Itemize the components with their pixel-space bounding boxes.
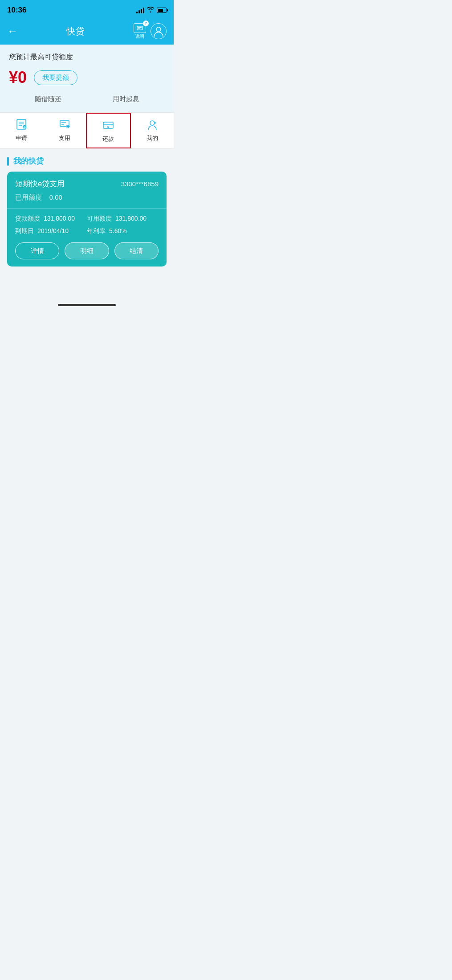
feature-interest: 用时起息 bbox=[113, 95, 139, 103]
tab-spend-label: 支用 bbox=[59, 134, 70, 142]
svg-rect-10 bbox=[60, 120, 69, 127]
due-date-value: 2019/04/10 bbox=[37, 227, 69, 235]
tab-apply-label: 申请 bbox=[16, 134, 27, 142]
loan-amount-label: 贷款额度 bbox=[15, 215, 40, 223]
available-amount-item: 可用额度 131,800.00 bbox=[87, 215, 159, 223]
avatar[interactable] bbox=[151, 23, 167, 39]
loan-used-row: 已用额度 0.00 bbox=[15, 193, 159, 202]
section-accent bbox=[7, 157, 9, 166]
credit-section: 您预计最高可贷额度 ¥0 我要提额 随借随还 用时起息 bbox=[0, 45, 174, 112]
available-amount-value: 131,800.00 bbox=[115, 215, 147, 223]
help-button[interactable]: 说明 bbox=[134, 23, 146, 40]
loan-amount-value: 131,800.00 bbox=[44, 215, 75, 223]
feature-borrow: 随借随还 bbox=[35, 95, 61, 103]
loan-product-name: 短期快e贷支用 bbox=[15, 179, 65, 189]
credit-row: ¥0 我要提额 bbox=[9, 68, 165, 87]
settle-button[interactable]: 结清 bbox=[114, 242, 159, 259]
spend-icon bbox=[58, 118, 71, 132]
home-indicator bbox=[0, 300, 174, 312]
rate-item: 年利率 5.60% bbox=[87, 227, 159, 235]
svg-point-18 bbox=[150, 121, 155, 125]
section-title: 我的快贷 bbox=[13, 156, 44, 166]
svg-text:¥: ¥ bbox=[154, 121, 157, 125]
loan-detail-grid: 贷款额度 131,800.00 可用额度 131,800.00 到期日 2019… bbox=[15, 215, 159, 235]
tab-mine-label: 我的 bbox=[147, 134, 158, 142]
tab-repay-label: 还款 bbox=[102, 135, 114, 143]
home-bar bbox=[58, 304, 116, 306]
due-date-item: 到期日 2019/04/10 bbox=[15, 227, 87, 235]
rate-label: 年利率 bbox=[87, 227, 106, 235]
svg-point-3 bbox=[156, 27, 161, 32]
battery-icon bbox=[157, 8, 167, 13]
header: ← 快贷 说明 bbox=[0, 20, 174, 45]
back-button[interactable]: ← bbox=[7, 26, 18, 37]
status-time: 10:36 bbox=[7, 6, 26, 15]
used-label: 已用额度 bbox=[15, 193, 42, 201]
svg-text:①: ① bbox=[23, 126, 26, 129]
loan-amount-item: 贷款额度 131,800.00 bbox=[15, 215, 87, 223]
svg-text:¥: ¥ bbox=[107, 125, 110, 129]
help-label: 说明 bbox=[135, 33, 144, 40]
rate-value: 5.60% bbox=[109, 227, 127, 235]
detail-list-button[interactable]: 明细 bbox=[65, 242, 109, 259]
credit-features: 随借随还 用时起息 bbox=[9, 95, 165, 103]
available-label: 可用额度 bbox=[87, 215, 112, 223]
apply-icon: ① bbox=[15, 118, 28, 132]
tab-apply[interactable]: ① 申请 bbox=[0, 113, 43, 148]
wifi-icon bbox=[147, 7, 154, 14]
tab-mine[interactable]: ¥ 我的 bbox=[131, 113, 174, 148]
bottom-spacer bbox=[0, 274, 174, 300]
loan-actions: 详情 明细 结清 bbox=[15, 242, 159, 259]
loan-card-bottom: 贷款额度 131,800.00 可用额度 131,800.00 到期日 2019… bbox=[7, 209, 167, 267]
loan-card: 短期快e贷支用 3300***6859 已用额度 0.00 贷款额度 131,8… bbox=[7, 172, 167, 267]
due-date-label: 到期日 bbox=[15, 227, 34, 235]
mine-icon: ¥ bbox=[146, 118, 159, 132]
detail-button[interactable]: 详情 bbox=[15, 242, 59, 259]
status-bar: 10:36 bbox=[0, 0, 174, 20]
signal-icon bbox=[136, 7, 144, 13]
credit-amount: ¥0 bbox=[9, 68, 27, 87]
page-title: 快贷 bbox=[66, 25, 85, 37]
loan-card-title-row: 短期快e贷支用 3300***6859 bbox=[15, 179, 159, 189]
status-icons bbox=[136, 7, 167, 14]
section-header: 我的快贷 bbox=[0, 149, 174, 172]
used-amount: 0.00 bbox=[49, 193, 62, 201]
raise-limit-button[interactable]: 我要提额 bbox=[34, 70, 77, 85]
tab-bar: ① 申请 支用 ¥ 还款 bbox=[0, 112, 174, 149]
svg-rect-0 bbox=[137, 26, 143, 30]
credit-label: 您预计最高可贷额度 bbox=[9, 53, 165, 62]
repay-icon: ¥ bbox=[102, 119, 114, 133]
tab-spend[interactable]: 支用 bbox=[43, 113, 86, 148]
header-right: 说明 bbox=[134, 23, 167, 40]
help-box-icon bbox=[134, 23, 146, 33]
loan-card-top: 短期快e贷支用 3300***6859 已用额度 0.00 bbox=[7, 172, 167, 209]
loan-account-number: 3300***6859 bbox=[121, 180, 159, 188]
tab-repay[interactable]: ¥ 还款 bbox=[86, 113, 131, 148]
